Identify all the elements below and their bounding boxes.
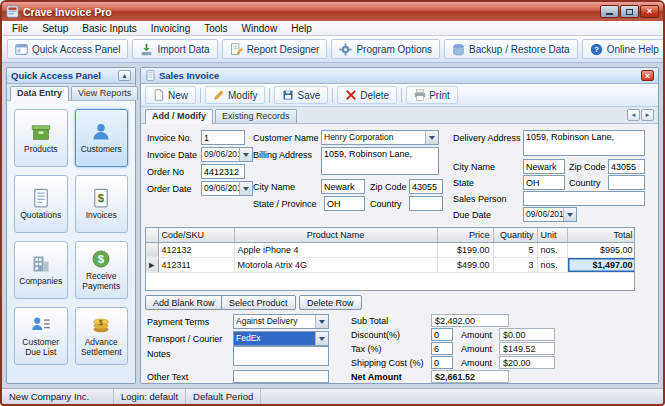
cell-qty[interactable]: 5 <box>493 242 537 257</box>
online-help-button[interactable]: ? Online Help <box>582 39 665 59</box>
save-button[interactable]: Save <box>274 86 328 104</box>
transport-courier-combo[interactable]: FedEx <box>233 331 329 346</box>
menu-basic-inputs[interactable]: Basic Inputs <box>75 22 143 35</box>
order-no-input[interactable] <box>201 164 245 179</box>
cell-price[interactable]: $499.00 <box>437 257 493 272</box>
cell-product[interactable]: Motorola Atrix 4G <box>234 257 437 272</box>
due-date-picker[interactable]: 09/06/2011 <box>523 207 577 222</box>
delivery-address-input[interactable]: 1059, Robinson Lane, <box>523 130 645 156</box>
grid-row-1[interactable]: 412132 Apple iPhone 4 $199.00 5 nos. $99… <box>146 242 635 257</box>
current-row-marker-icon[interactable]: ► <box>146 257 158 272</box>
chevron-down-icon[interactable] <box>563 208 576 221</box>
delivery-country-input[interactable] <box>608 175 645 190</box>
tax-label: Tax (%) <box>351 344 382 354</box>
print-button[interactable]: Print <box>406 86 458 104</box>
col-product-name: Product Name <box>234 228 437 242</box>
delivery-zip-input[interactable] <box>608 159 645 174</box>
menu-setup[interactable]: Setup <box>35 22 75 35</box>
menu-file[interactable]: File <box>5 22 35 35</box>
delete-button[interactable]: Delete <box>337 86 397 104</box>
billing-state-input[interactable] <box>324 196 365 211</box>
line-items-grid[interactable]: Code/SKU Product Name Price Quantity Uni… <box>145 227 635 291</box>
backup-restore-label: Backup / Restore Data <box>469 44 570 55</box>
menu-window[interactable]: Window <box>235 22 285 35</box>
products-button[interactable]: Products <box>14 109 68 167</box>
quick-access-panel-button[interactable]: Quick Access Panel <box>7 39 128 59</box>
billing-address-label: Billing Address <box>253 150 312 160</box>
title-bar[interactable]: Crave Invoice Pro × <box>2 2 663 21</box>
invoices-label: Invoices <box>86 211 117 220</box>
invoice-date-picker[interactable]: 09/06/2011 <box>201 147 253 162</box>
tab-scroll-left-icon[interactable]: ◄ <box>627 109 640 121</box>
invoices-button[interactable]: $ Invoices <box>75 175 129 233</box>
close-invoice-button[interactable]: × <box>641 70 654 81</box>
sales-person-input[interactable] <box>523 191 645 206</box>
cell-code[interactable]: 412311 <box>158 257 234 272</box>
row-selector[interactable] <box>146 242 158 257</box>
add-blank-row-button[interactable]: Add Blank Row <box>145 295 223 310</box>
chevron-down-icon[interactable] <box>315 315 328 328</box>
maximize-button[interactable] <box>620 5 639 18</box>
invoice-no-input[interactable] <box>201 130 245 145</box>
cell-unit[interactable]: nos. <box>537 242 567 257</box>
grid-row-2[interactable]: ► 412311 Motorola Atrix 4G $499.00 3 nos… <box>146 257 635 272</box>
tab-scroll-right-icon[interactable]: ► <box>641 109 654 121</box>
gear-icon <box>339 43 352 56</box>
discount-pct-input[interactable] <box>431 328 453 341</box>
cell-unit[interactable]: nos. <box>537 257 567 272</box>
tab-view-reports[interactable]: View Reports <box>71 86 138 100</box>
sales-invoice-header: Sales Invoice × <box>141 68 658 84</box>
import-data-button[interactable]: Import Data <box>132 39 217 59</box>
advance-settlement-button[interactable]: $ Advance Settlement <box>75 307 129 365</box>
delivery-state-input[interactable] <box>523 175 565 190</box>
cell-code[interactable]: 412132 <box>158 242 234 257</box>
menu-invoicing[interactable]: Invoicing <box>144 22 197 35</box>
menu-help[interactable]: Help <box>284 22 319 35</box>
new-button[interactable]: New <box>145 86 196 104</box>
tab-existing-records[interactable]: Existing Records <box>215 109 297 123</box>
quotations-button[interactable]: Quotations <box>14 175 68 233</box>
minimize-button[interactable] <box>600 5 619 18</box>
chevron-down-icon[interactable] <box>239 182 252 195</box>
backup-restore-button[interactable]: Backup / Restore Data <box>444 39 578 59</box>
delivery-state-label: State <box>453 178 474 188</box>
billing-zip-input[interactable] <box>409 179 443 194</box>
select-product-button[interactable]: Select Product <box>221 295 296 310</box>
payment-terms-combo[interactable]: Against Delivery <box>233 314 329 329</box>
cell-total[interactable]: $995.00 <box>567 242 635 257</box>
report-designer-button[interactable]: Report Designer <box>222 39 328 59</box>
menu-tools[interactable]: Tools <box>197 22 234 35</box>
cell-price[interactable]: $199.00 <box>437 242 493 257</box>
notes-input[interactable] <box>233 346 329 366</box>
invoice-form: Invoice No. Invoice Date 09/06/2011 Orde… <box>141 124 658 383</box>
tax-pct-input[interactable] <box>431 342 453 355</box>
other-text-input[interactable] <box>233 370 329 383</box>
chevron-down-icon[interactable] <box>425 131 438 144</box>
chevron-down-icon[interactable] <box>315 332 328 345</box>
order-date-picker[interactable]: 09/06/2011 <box>201 181 253 196</box>
close-button[interactable]: × <box>640 5 659 18</box>
billing-city-input[interactable] <box>321 179 365 194</box>
billing-country-input[interactable] <box>409 196 443 211</box>
cell-total-selected[interactable]: $1,497.00 <box>567 257 635 272</box>
tab-add-modify[interactable]: Add / Modify <box>145 109 213 124</box>
delete-row-button[interactable]: Delete Row <box>299 295 362 310</box>
customers-button[interactable]: Customers <box>75 109 129 167</box>
quotations-icon <box>31 188 51 208</box>
delivery-city-input[interactable] <box>523 159 565 174</box>
receive-payments-button[interactable]: $ Receive Payments <box>75 241 129 299</box>
window-controls: × <box>600 5 659 18</box>
customer-due-list-button[interactable]: Customer Due List <box>14 307 68 365</box>
program-options-button[interactable]: Program Options <box>331 39 440 59</box>
companies-button[interactable]: Companies <box>14 241 68 299</box>
chevron-down-icon[interactable] <box>239 148 252 161</box>
cell-product[interactable]: Apple iPhone 4 <box>234 242 437 257</box>
collapse-panel-button[interactable]: ▴ <box>118 70 131 81</box>
billing-address-input[interactable]: 1059, Robinson Lane, <box>321 147 439 175</box>
shipping-pct-input[interactable] <box>431 356 453 369</box>
app-window: Crave Invoice Pro × File Setup Basic Inp… <box>0 0 665 406</box>
modify-button[interactable]: Modify <box>205 86 265 104</box>
customer-name-combo[interactable]: Henry Corporation <box>321 130 439 145</box>
tab-data-entry[interactable]: Data Entry <box>10 86 69 101</box>
cell-qty[interactable]: 3 <box>493 257 537 272</box>
